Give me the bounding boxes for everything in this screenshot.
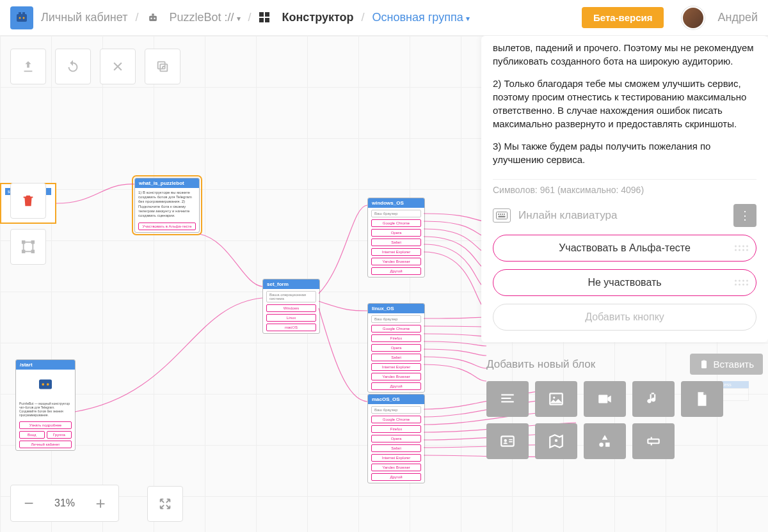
chevron-down-icon: ▾: [466, 14, 470, 23]
node-button[interactable]: Другой: [371, 382, 421, 390]
node-header: /start: [16, 360, 75, 370]
block-text-button[interactable]: [486, 381, 529, 417]
close-button[interactable]: [100, 49, 136, 84]
zoom-in-button[interactable]: +: [83, 485, 118, 521]
node-button[interactable]: Opera: [371, 435, 421, 442]
node-button[interactable]: macOS: [266, 324, 316, 331]
svg-rect-28: [499, 216, 505, 217]
svg-rect-23: [497, 212, 508, 219]
node-input: Ваша операционная система: [266, 291, 316, 302]
node-header: linux_OS: [368, 304, 424, 313]
grid-icon: [259, 12, 271, 24]
svg-rect-1: [19, 12, 21, 15]
upload-button[interactable]: [10, 49, 46, 84]
fullscreen-button[interactable]: [147, 486, 183, 522]
crumb-sep: /: [362, 11, 365, 24]
node-button[interactable]: Google Chrome: [371, 416, 421, 423]
app-logo[interactable]: [10, 6, 33, 29]
block-video-button[interactable]: [584, 381, 626, 417]
add-inline-button[interactable]: Добавить кнопку: [493, 304, 756, 331]
paste-button[interactable]: Вставить: [690, 354, 763, 375]
zoom-control: − 31% +: [10, 485, 119, 522]
node-header: what_is_puzzlebot: [135, 178, 199, 188]
svg-rect-18: [22, 251, 25, 253]
beta-button[interactable]: Бета-версия: [582, 7, 664, 28]
delete-button[interactable]: [10, 183, 46, 219]
text-paragraph: 2) Только благодаря тебе мы сможем улучш…: [493, 77, 756, 130]
svg-rect-2: [22, 12, 25, 15]
node-button[interactable]: Другой: [371, 473, 421, 481]
node-input: Ваш браузер: [371, 210, 421, 217]
crumb-dashboard[interactable]: Личный кабинет: [41, 11, 127, 24]
drag-handle-icon[interactable]: [735, 246, 748, 251]
node-header: macOS_OS: [368, 395, 424, 404]
undo-button[interactable]: [55, 49, 91, 84]
block-image-button[interactable]: [535, 381, 577, 417]
node-body: [16, 370, 75, 399]
node-button[interactable]: Google Chrome: [371, 325, 421, 332]
node-button[interactable]: Yandex Browser: [371, 373, 421, 380]
node-button[interactable]: Internet Explorer: [371, 248, 421, 256]
node-button[interactable]: Internet Explorer: [371, 454, 421, 462]
svg-rect-17: [32, 241, 35, 244]
node-button[interactable]: Opera: [371, 344, 421, 352]
node-button[interactable]: Firefox: [371, 425, 421, 433]
node-button[interactable]: Safari: [371, 354, 421, 361]
node-set-form[interactable]: set_form Ваша операционная система Windo…: [262, 279, 320, 334]
node-button[interactable]: Safari: [371, 444, 421, 452]
svg-rect-40: [509, 441, 512, 442]
svg-rect-8: [152, 13, 154, 15]
node-button[interactable]: Google Chrome: [371, 219, 421, 227]
svg-point-24: [498, 214, 499, 214]
group-button[interactable]: [10, 229, 46, 265]
node-button[interactable]: Opera: [371, 229, 421, 237]
node-button[interactable]: Yandex Browser: [371, 258, 421, 265]
block-contact-button[interactable]: [486, 423, 529, 459]
svg-point-21: [42, 383, 44, 386]
node-button[interactable]: Firefox: [371, 334, 421, 342]
svg-rect-43: [605, 442, 610, 447]
node-button[interactable]: Windows: [266, 304, 316, 312]
svg-point-35: [553, 396, 555, 398]
node-button[interactable]: Участвовать в Альфа-тесте: [138, 223, 196, 230]
node-button[interactable]: Группа: [47, 431, 72, 439]
block-form-button[interactable]: [632, 423, 675, 459]
node-button[interactable]: Internet Explorer: [371, 363, 421, 371]
drag-handle-icon[interactable]: [735, 280, 748, 286]
zoom-out-button[interactable]: −: [11, 485, 47, 521]
keyboard-icon: [493, 208, 511, 223]
node-button[interactable]: Safari: [371, 239, 421, 246]
svg-point-4: [23, 17, 25, 19]
block-audio-button[interactable]: [632, 381, 675, 417]
user-avatar[interactable]: [682, 6, 705, 29]
node-button[interactable]: Личный кабинет: [19, 441, 72, 448]
node-linux-os[interactable]: linux_OS Ваш браузер Google Chrome Firef…: [367, 303, 425, 393]
node-input: Ваш браузер: [371, 406, 421, 414]
inline-button-2[interactable]: Не участвовать: [493, 269, 756, 296]
copy-button[interactable]: [145, 49, 180, 84]
username-label[interactable]: Андрей: [717, 11, 758, 24]
node-button[interactable]: Узнать подробнее: [19, 421, 72, 429]
svg-rect-30: [703, 359, 705, 361]
node-start[interactable]: /start PuzzleBot — мощный конструктор ча…: [15, 359, 76, 451]
block-shape-button[interactable]: [584, 423, 626, 459]
node-macos-os[interactable]: macOS_OS Ваш браузер Google Chrome Firef…: [367, 394, 425, 483]
crumb-constructor[interactable]: Конструктор: [282, 11, 354, 24]
svg-rect-32: [501, 398, 511, 399]
keyboard-menu-button[interactable]: ⋮: [733, 204, 756, 227]
node-button[interactable]: Вход: [19, 431, 45, 439]
crumb-botname[interactable]: PuzzleBot ://▾: [169, 11, 240, 24]
node-what-is-puzzlebot[interactable]: what_is_puzzlebot 1) В конструкторе вы м…: [134, 178, 200, 233]
node-windows-os[interactable]: windows_OS Ваш браузер Google Chrome Ope…: [367, 198, 425, 278]
node-button[interactable]: Другой: [371, 267, 421, 275]
zoom-value: 31%: [47, 497, 83, 509]
crumb-group[interactable]: Основная группа▾: [372, 11, 470, 24]
block-file-button[interactable]: [681, 381, 723, 417]
bot-icon: [146, 11, 160, 25]
block-text-content[interactable]: вылетов, падений и прочего. Поэтому мы н…: [493, 36, 756, 175]
node-button[interactable]: Linux: [266, 314, 316, 322]
block-location-button[interactable]: [535, 423, 577, 459]
inline-button-1[interactable]: Участвовать в Альфа-тесте: [493, 235, 756, 262]
node-button[interactable]: Yandex Browser: [371, 464, 421, 471]
svg-point-42: [599, 442, 604, 447]
